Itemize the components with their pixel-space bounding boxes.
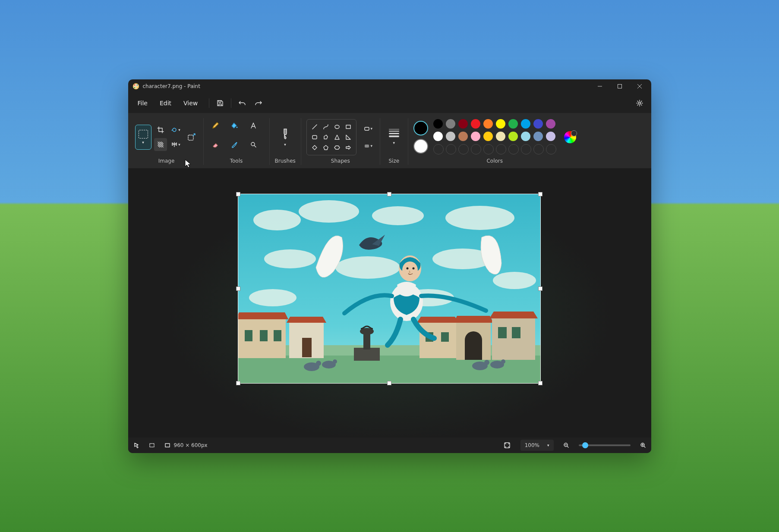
save-button[interactable] bbox=[212, 95, 228, 111]
shape-diamond-icon[interactable] bbox=[309, 143, 320, 152]
color-swatch[interactable] bbox=[521, 132, 530, 141]
size-lines-icon bbox=[389, 129, 399, 137]
pencil-tool[interactable] bbox=[209, 119, 222, 132]
magnifier-tool[interactable] bbox=[247, 138, 260, 151]
svg-point-16 bbox=[253, 210, 301, 230]
brushes-dropdown[interactable]: ▾ bbox=[275, 128, 296, 147]
color-swatch[interactable] bbox=[483, 132, 493, 141]
zoom-slider[interactable] bbox=[579, 444, 631, 446]
settings-button[interactable] bbox=[631, 95, 648, 111]
title-bar[interactable]: character7.png - Paint bbox=[128, 79, 651, 93]
select-tool[interactable]: ▾ bbox=[135, 125, 151, 150]
crop-tool[interactable] bbox=[154, 123, 167, 136]
shape-fill-dropdown[interactable]: ▾ bbox=[362, 139, 375, 152]
shape-outline-dropdown[interactable]: ▾ bbox=[362, 122, 375, 135]
canvas-selection-frame[interactable] bbox=[238, 194, 540, 383]
shape-triangle-icon[interactable] bbox=[332, 132, 342, 142]
color-swatch[interactable] bbox=[496, 132, 505, 141]
resize-handle-sw[interactable] bbox=[237, 381, 240, 385]
color-swatch-empty[interactable] bbox=[496, 144, 506, 154]
shape-rounded-rectangle-icon[interactable] bbox=[309, 132, 320, 142]
color-swatch[interactable] bbox=[471, 132, 480, 141]
color-swatch[interactable] bbox=[546, 132, 555, 141]
rotate-tool[interactable]: ▾ bbox=[170, 123, 183, 136]
maximize-button[interactable] bbox=[610, 79, 630, 93]
menu-edit[interactable]: Edit bbox=[154, 97, 177, 109]
resize-handle-nw[interactable] bbox=[237, 192, 240, 196]
color-swatch-empty[interactable] bbox=[508, 144, 519, 154]
color-swatch-empty[interactable] bbox=[471, 144, 481, 154]
shape-rectangle-icon[interactable] bbox=[343, 122, 353, 132]
svg-point-61 bbox=[412, 267, 414, 269]
flip-tool[interactable]: ▾ bbox=[170, 138, 183, 151]
color-swatch[interactable] bbox=[458, 119, 468, 129]
resize-handle-s[interactable] bbox=[388, 381, 391, 385]
shape-line-icon[interactable] bbox=[309, 122, 320, 132]
close-button[interactable] bbox=[630, 79, 650, 93]
color-swatch[interactable] bbox=[446, 132, 455, 141]
resize-handle-e[interactable] bbox=[539, 287, 542, 290]
shape-hexagon-icon[interactable] bbox=[332, 143, 342, 152]
color-swatch-empty[interactable] bbox=[458, 144, 469, 154]
resize-handle-n[interactable] bbox=[388, 192, 391, 196]
color-swatch[interactable] bbox=[546, 119, 555, 129]
color-swatch[interactable] bbox=[483, 119, 493, 129]
menu-view[interactable]: View bbox=[177, 97, 204, 109]
color-1-swatch[interactable] bbox=[413, 121, 428, 135]
zoom-out-button[interactable] bbox=[563, 442, 569, 448]
color-picker-tool[interactable] bbox=[228, 138, 241, 151]
color-2-swatch[interactable] bbox=[413, 139, 428, 154]
zoom-level-dropdown[interactable]: 100% ▾ bbox=[520, 440, 554, 451]
shape-curve-icon[interactable] bbox=[321, 122, 331, 132]
shape-polygon-icon[interactable] bbox=[321, 132, 331, 142]
color-swatch[interactable] bbox=[471, 119, 480, 129]
color-swatch-empty[interactable] bbox=[433, 144, 444, 154]
color-swatch[interactable] bbox=[533, 119, 543, 129]
svg-rect-5 bbox=[618, 84, 621, 88]
color-swatch[interactable] bbox=[533, 132, 543, 141]
shape-arrow-right-icon[interactable] bbox=[343, 143, 353, 152]
transparent-selection-tool[interactable] bbox=[154, 138, 167, 151]
color-swatch[interactable] bbox=[446, 119, 455, 129]
shape-pentagon-icon[interactable] bbox=[321, 143, 331, 152]
svg-point-0 bbox=[133, 83, 139, 89]
resize-handle-se[interactable] bbox=[539, 381, 542, 385]
resize-handle-w[interactable] bbox=[237, 287, 240, 290]
eraser-tool[interactable] bbox=[209, 138, 222, 151]
color-swatch[interactable] bbox=[508, 119, 518, 129]
svg-point-24 bbox=[249, 289, 296, 306]
shape-oval-icon[interactable] bbox=[332, 122, 342, 132]
fit-to-window-button[interactable] bbox=[503, 441, 511, 449]
size-dropdown[interactable]: ▾ bbox=[385, 129, 403, 145]
shape-right-triangle-icon[interactable] bbox=[343, 132, 353, 142]
resize-tool[interactable] bbox=[185, 125, 198, 149]
color-swatch[interactable] bbox=[433, 119, 443, 129]
resize-handle-ne[interactable] bbox=[539, 192, 542, 196]
color-swatch[interactable] bbox=[496, 119, 505, 129]
undo-button[interactable] bbox=[234, 95, 250, 111]
color-swatch-empty[interactable] bbox=[533, 144, 544, 154]
color-swatch[interactable] bbox=[521, 119, 530, 129]
color-swatch[interactable] bbox=[508, 132, 518, 141]
canvas-workspace[interactable] bbox=[128, 168, 651, 438]
canvas-image[interactable] bbox=[238, 194, 540, 383]
color-swatch[interactable] bbox=[458, 132, 468, 141]
zoom-slider-thumb[interactable] bbox=[582, 442, 588, 448]
color-swatch-empty[interactable] bbox=[483, 144, 494, 154]
minimize-button[interactable] bbox=[590, 79, 610, 93]
shapes-gallery[interactable] bbox=[306, 119, 356, 155]
menu-file[interactable]: File bbox=[132, 97, 154, 109]
fill-tool[interactable] bbox=[228, 119, 241, 132]
color-swatch[interactable] bbox=[433, 132, 443, 141]
svg-point-3 bbox=[134, 87, 135, 88]
color-swatch-empty[interactable] bbox=[521, 144, 531, 154]
chevron-down-icon: ▾ bbox=[142, 140, 144, 145]
text-tool[interactable] bbox=[247, 119, 260, 132]
redo-button[interactable] bbox=[250, 95, 267, 111]
menu-bar: File Edit View bbox=[128, 93, 651, 113]
svg-rect-32 bbox=[274, 330, 281, 341]
edit-colors-button[interactable] bbox=[564, 131, 576, 143]
zoom-in-button[interactable] bbox=[640, 442, 646, 448]
color-swatch-empty[interactable] bbox=[446, 144, 456, 154]
color-swatch-empty[interactable] bbox=[546, 144, 556, 154]
